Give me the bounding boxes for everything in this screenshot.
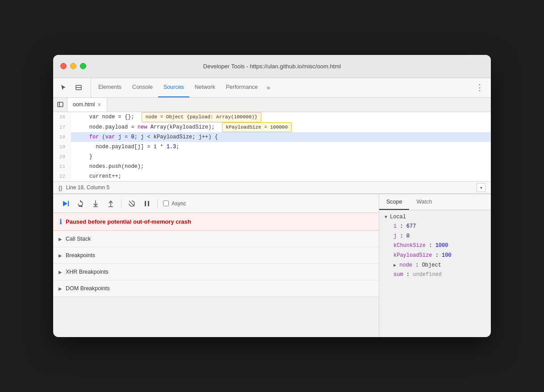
accordion-xhr-breakpoints: ▶ XHR Breakpoints — [53, 264, 379, 280]
devtools-window: Developer Tools - https://ulan.github.io… — [53, 55, 491, 337]
scope-node-arrow-icon[interactable]: ▶ — [393, 263, 396, 268]
line-content-18[interactable]: for (var j = 0; j < kPayloadSize; j++) { — [71, 132, 491, 142]
step-into-button[interactable] — [89, 197, 102, 210]
warning-text: Paused before potential out-of-memory cr… — [66, 218, 191, 225]
tab-sources[interactable]: Sources — [158, 78, 189, 97]
close-button[interactable] — [60, 63, 67, 69]
toolbar-separator-2 — [157, 199, 158, 208]
code-line-22: 22 current++; — [53, 171, 491, 181]
scope-val-sum: undefined — [413, 271, 442, 278]
debugger-right: Scope Watch ▼ Local i : 677 j : — [379, 194, 491, 337]
tab-network[interactable]: Network — [189, 78, 221, 97]
scope-key-j: j — [393, 233, 397, 239]
scope-var-kpayloadsize[interactable]: kPayloadSize : 100 — [385, 251, 485, 261]
line-content-19[interactable]: node.payload[j] = i * 1.3; — [71, 142, 491, 152]
dom-arrow-icon: ▶ — [59, 286, 62, 291]
line-number-17: 17 — [53, 122, 71, 133]
scope-var-kchunksize[interactable]: kChunkSize : 1000 — [385, 241, 485, 251]
panel-toggle[interactable] — [53, 98, 67, 112]
minimize-button[interactable] — [70, 63, 76, 69]
accordion-header-call-stack[interactable]: ▶ Call Stack — [53, 231, 379, 247]
file-tab-label: oom.html — [73, 101, 95, 108]
scope-key-kchunksize: kChunkSize — [393, 242, 426, 249]
resume-button[interactable] — [59, 197, 72, 210]
line-content-22[interactable]: current++; — [71, 171, 491, 181]
xhr-arrow-icon: ▶ — [59, 270, 62, 275]
maximize-button[interactable] — [80, 63, 86, 69]
window-title: Developer Tools - https://ulan.github.io… — [203, 63, 341, 70]
tab-performance[interactable]: Performance — [221, 78, 264, 97]
tooltip-kpayload: kPayloadSize = 100000 — [222, 122, 292, 133]
cursor-icon[interactable] — [57, 81, 70, 94]
debugger-left: Async ℹ Paused before potential out-of-m… — [53, 194, 379, 337]
scope-key-node: node — [399, 262, 412, 268]
file-tab-close[interactable]: × — [97, 101, 101, 108]
scope-key-sum: sum — [393, 271, 403, 278]
tab-console[interactable]: Console — [127, 78, 158, 97]
scope-local-group[interactable]: ▼ Local — [385, 214, 485, 220]
step-out-button[interactable] — [104, 197, 117, 210]
xhr-label: XHR Breakpoints — [66, 269, 109, 275]
svg-rect-13 — [148, 201, 149, 206]
scope-val-kchunksize: 1000 — [435, 242, 448, 249]
call-stack-label: Call Stack — [66, 236, 91, 242]
scope-var-sum[interactable]: sum : undefined — [385, 270, 485, 280]
sources-panel: oom.html × 16 var node = {}; node = Obje… — [53, 98, 491, 194]
code-line-16: 16 var node = {}; node = Object {payload… — [53, 112, 491, 122]
traffic-lights — [60, 63, 86, 69]
status-braces-icon[interactable]: {} — [59, 184, 63, 191]
accordion-header-dom[interactable]: ▶ DOM Breakpoints — [53, 280, 379, 296]
more-menu-button[interactable]: ⋮ — [472, 78, 487, 97]
breakpoints-label: Breakpoints — [66, 252, 95, 259]
line-content-21[interactable]: nodes.push(node); — [71, 162, 491, 171]
line-number-21: 21 — [53, 162, 71, 171]
line-content-17[interactable]: node.payload = new Array(kPayloadSize); … — [71, 122, 491, 133]
file-tabs: oom.html × — [53, 98, 491, 112]
tab-scope[interactable]: Scope — [379, 194, 409, 210]
file-tab-oom[interactable]: oom.html × — [67, 98, 107, 112]
code-line-18: 18 for (var j = 0; j < kPayloadSize; j++… — [53, 132, 491, 142]
accordion-header-breakpoints[interactable]: ▶ Breakpoints — [53, 247, 379, 263]
tab-watch[interactable]: Watch — [409, 194, 439, 210]
accordion-call-stack: ▶ Call Stack — [53, 231, 379, 247]
step-over-button[interactable] — [74, 197, 87, 210]
status-position: Line 18, Column 5 — [66, 184, 109, 191]
line-content-16[interactable]: var node = {}; node = Object {payload: A… — [71, 112, 491, 122]
tab-bar-icons — [57, 78, 91, 97]
accordion-dom-breakpoints: ▶ DOM Breakpoints — [53, 280, 379, 297]
line-number-20: 20 — [53, 152, 71, 162]
dom-label: DOM Breakpoints — [66, 285, 110, 292]
tab-bar: Elements Console Sources Network Perform… — [53, 78, 491, 98]
code-line-19: 19 node.payload[j] = i * 1.3; — [53, 142, 491, 152]
line-number-16: 16 — [53, 112, 71, 122]
status-bar: {} Line 18, Column 5 ▾ — [53, 181, 491, 194]
scope-val-node: Object — [422, 262, 441, 268]
scope-var-j[interactable]: j : 0 — [385, 232, 485, 242]
status-dropdown[interactable]: ▾ — [477, 183, 485, 192]
warning-banner: ℹ Paused before potential out-of-memory … — [53, 213, 379, 231]
tooltip-node: node = Object {payload: Array(100000)} — [142, 112, 262, 122]
deactivate-breakpoints-button[interactable] — [125, 197, 138, 210]
scope-tabs: Scope Watch — [379, 194, 491, 210]
scope-val-j: 0 — [406, 233, 410, 239]
debugger-panel: Async ℹ Paused before potential out-of-m… — [53, 194, 491, 337]
scope-key-kpayloadsize: kPayloadSize — [393, 252, 432, 259]
scope-key-i: i — [393, 223, 397, 229]
async-checkbox-input[interactable] — [163, 200, 169, 206]
pause-on-exceptions-button[interactable] — [140, 197, 154, 210]
code-line-20: 20 } — [53, 152, 491, 162]
scope-content: ▼ Local i : 677 j : 0 kChunkSize : 1000 — [379, 210, 491, 337]
scope-var-i[interactable]: i : 677 — [385, 222, 485, 232]
scope-val-kpayloadsize: 100 — [442, 252, 452, 259]
line-number-22: 22 — [53, 171, 71, 181]
code-line-17: 17 node.payload = new Array(kPayloadSize… — [53, 122, 491, 133]
line-number-18: 18 — [53, 132, 71, 142]
info-icon: ℹ — [59, 217, 62, 226]
scope-var-node[interactable]: ▶ node : Object — [385, 261, 485, 271]
accordion-header-xhr[interactable]: ▶ XHR Breakpoints — [53, 264, 379, 280]
line-content-20[interactable]: } — [71, 152, 491, 162]
async-checkbox[interactable]: Async — [163, 200, 186, 207]
tab-elements[interactable]: Elements — [93, 78, 127, 97]
dock-icon[interactable] — [72, 81, 85, 94]
tab-overflow[interactable]: » — [263, 78, 274, 97]
